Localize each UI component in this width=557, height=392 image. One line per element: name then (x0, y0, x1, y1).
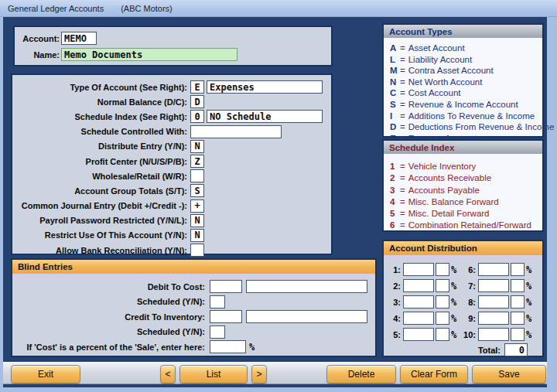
list-button[interactable]: List (179, 365, 248, 383)
account-type-code: S (390, 100, 400, 109)
description-input[interactable]: NO Schedule (207, 110, 323, 123)
blind-field-label: Scheduled (Y/N): (12, 297, 205, 306)
button-bar: Exit < List > Delete Clear Form Save (3, 362, 547, 384)
form-field-label: Payroll Password Restricted (Y/N/L): (12, 216, 187, 225)
distribution-row-number: 9: (460, 314, 476, 323)
distribution-account-input[interactable] (478, 263, 509, 276)
form-row: Allow Bank Reconciliation (Y/N): (12, 243, 331, 257)
percent-sign: % (526, 313, 535, 324)
equals-sign: = (400, 66, 405, 75)
distribution-percent-input[interactable] (511, 328, 525, 341)
distribution-percent-input[interactable] (436, 279, 449, 292)
blind-description-input[interactable] (246, 310, 367, 323)
schedule-controlled-input[interactable] (190, 125, 282, 138)
distribution-account-input[interactable] (403, 263, 434, 276)
code-input[interactable]: 0 (190, 110, 204, 123)
schedule-index-code: 3 (390, 186, 400, 195)
distribution-percent-input[interactable] (436, 295, 449, 308)
schedule-index-desc: Vehicle Inventory (408, 162, 477, 171)
form-field-label: Schedule Index (See Right): (12, 112, 187, 121)
blind-entry-row: If 'Cost' is a percent of the 'Sale', en… (12, 339, 375, 355)
form-field-label: Allow Bank Reconciliation (Y/N): (12, 246, 187, 255)
total-value-field: 0 (504, 343, 528, 356)
clear-form-button[interactable]: Clear Form (400, 365, 468, 383)
schedule-index-item: 3=Accounts Payable (390, 186, 542, 197)
form-field-label: Common Journal Entry (Debit +/Credit -): (12, 201, 187, 210)
account-type-desc: Deductions From Revenue & Income (408, 122, 555, 131)
equals-sign: = (400, 43, 405, 53)
distribution-percent-input[interactable] (511, 263, 525, 276)
account-type-item: S=Revenue & Income Account (390, 100, 542, 111)
blind-field-label: Debit To Cost: (12, 282, 205, 291)
code-input[interactable]: + (190, 199, 204, 213)
exit-button[interactable]: Exit (11, 365, 80, 383)
equals-sign: = (400, 197, 405, 206)
distribution-row-number: 10: (460, 330, 476, 339)
distribution-account-input[interactable] (478, 328, 509, 341)
code-input[interactable]: E (190, 80, 204, 94)
blind-entry-row: Debit To Cost: (12, 279, 375, 295)
distribution-account-input[interactable] (478, 295, 509, 308)
distribution-percent-input[interactable] (436, 328, 449, 341)
distribution-percent-input[interactable] (511, 312, 525, 325)
code-input[interactable] (190, 244, 204, 257)
distribution-account-input[interactable] (403, 328, 434, 341)
schedule-index-code: 6 (390, 220, 400, 230)
scheduled-flag-input[interactable] (210, 295, 225, 308)
blind-entries-panel: Blind Entries Debit To Cost: Scheduled (… (11, 258, 377, 357)
equals-sign: = (400, 122, 405, 131)
schedule-index-desc: Accounts Receivable (408, 173, 491, 182)
distribution-percent-input[interactable] (436, 263, 449, 276)
account-distribution-header: Account Distribution (384, 241, 542, 255)
distribution-row-number: 8: (460, 298, 476, 307)
form-row: Account Group Totals (S/T): S (12, 183, 331, 198)
previous-button[interactable]: < (160, 365, 176, 383)
account-type-code: A (390, 43, 400, 53)
code-input[interactable]: Z (190, 155, 204, 168)
distribution-account-input[interactable] (403, 279, 434, 292)
account-type-item: L=Liability Account (390, 55, 542, 66)
distribution-percent-input[interactable] (511, 279, 525, 292)
scheduled-flag-input[interactable] (210, 326, 225, 339)
next-button[interactable]: > (251, 365, 267, 383)
company-name: (ABC Motors) (121, 4, 173, 13)
form-field-label: Account Group Totals (S/T): (12, 186, 187, 196)
code-input[interactable]: N (190, 229, 204, 242)
code-input[interactable] (190, 169, 204, 182)
delete-button[interactable]: Delete (326, 365, 396, 383)
distribution-account-input[interactable] (478, 279, 509, 292)
blind-account-input[interactable] (210, 280, 242, 293)
distribution-percent-input[interactable] (436, 312, 449, 325)
cost-percent-input[interactable] (210, 340, 246, 353)
code-input[interactable]: S (190, 184, 204, 197)
distribution-account-input[interactable] (403, 295, 434, 308)
distribution-row-number: 6: (460, 265, 476, 274)
blind-description-input[interactable] (246, 280, 367, 293)
account-input[interactable]: MEMO (61, 32, 97, 45)
code-input[interactable]: N (190, 140, 204, 153)
code-input[interactable]: N (190, 214, 204, 227)
account-type-desc: Net Worth Account (408, 77, 483, 87)
equals-sign: = (400, 220, 405, 230)
schedule-index-desc: Misc. Detail Forward (408, 209, 490, 218)
save-button[interactable]: Save (472, 365, 546, 383)
account-type-item: D=Deductions From Revenue & Income (390, 122, 542, 134)
percent-sign: % (451, 313, 460, 324)
percent-sign: % (526, 264, 535, 275)
distribution-row: 4: % 9: % (384, 310, 542, 326)
description-input[interactable]: Expenses (207, 80, 323, 94)
form-row: Schedule Index (See Right): 0 NO Schedul… (12, 109, 331, 124)
blind-field-label: Scheduled (Y/N): (12, 327, 205, 336)
form-row: Schedule Controlled With: (12, 124, 331, 139)
distribution-row: 3: % 8: % (384, 294, 542, 310)
distribution-row-number: 1: (388, 265, 401, 274)
blind-account-input[interactable] (210, 310, 242, 323)
form-row: Payroll Password Restricted (Y/N/L): N (12, 213, 331, 228)
distribution-percent-input[interactable] (511, 295, 525, 308)
name-input[interactable]: Memo Documents (61, 48, 237, 61)
blind-entry-row: Scheduled (Y/N): (12, 295, 375, 310)
distribution-account-input[interactable] (403, 312, 434, 325)
distribution-account-input[interactable] (478, 312, 509, 325)
form-row: Normal Balance (D/C): D (12, 94, 331, 109)
code-input[interactable]: D (190, 95, 204, 108)
